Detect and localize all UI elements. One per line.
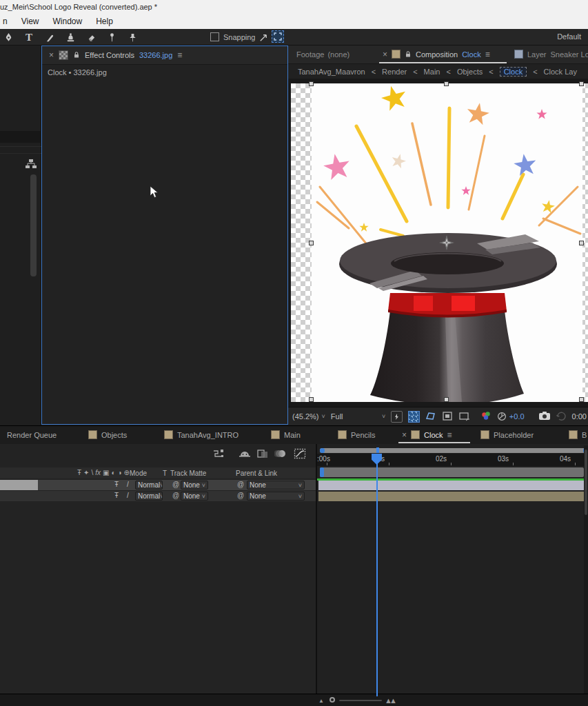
zoom-in-mountains-icon[interactable]: ▲▲: [385, 696, 394, 705]
panel-menu-icon[interactable]: ≡: [485, 50, 490, 59]
resolution-dropdown[interactable]: Full ˅: [331, 412, 385, 421]
timeline-vertical-scrollbar[interactable]: [584, 445, 588, 694]
menu-item-window[interactable]: Window: [52, 17, 82, 26]
breadcrumb-item-active[interactable]: Clock: [500, 67, 527, 77]
work-area-start-handle[interactable]: [320, 467, 324, 477]
track-matte-column-header[interactable]: Track Matte: [170, 470, 206, 477]
tab-objects[interactable]: Objects: [88, 426, 127, 443]
parent-pick-whip[interactable]: @: [237, 492, 244, 499]
brush-tool-icon[interactable]: [43, 30, 57, 44]
track-matte-dropdown[interactable]: None˅: [181, 481, 208, 490]
blend-mode-dropdown[interactable]: Normal˅: [135, 481, 163, 490]
mode-column-header[interactable]: Mode: [130, 470, 147, 477]
layer-duration-bar-2[interactable]: [318, 492, 585, 501]
tab-clock-active[interactable]: × Clock ≡: [402, 426, 452, 443]
layer-row-1[interactable]: Ŧ / Normal˅ @ None˅ @ None˅: [0, 480, 316, 490]
zoom-out-mountain-icon[interactable]: ▲: [318, 698, 324, 704]
snap-arrow-icon[interactable]: [256, 30, 270, 44]
time-ruler[interactable]: :00s 01s 02s 03s 04s: [317, 454, 588, 466]
lock-icon[interactable]: [73, 49, 80, 61]
layer-selection-block[interactable]: [0, 480, 38, 490]
menu-item-help[interactable]: Help: [96, 17, 113, 26]
mask-visibility-button[interactable]: [425, 411, 436, 423]
panel-menu-icon[interactable]: ≡: [177, 51, 182, 59]
puppet-pin-tool-icon[interactable]: [105, 30, 119, 44]
layer-handle[interactable]: [579, 81, 584, 86]
timeline-zoom-knob[interactable]: [330, 697, 335, 703]
scrollbar-thumb[interactable]: [585, 450, 587, 515]
tab-tanahavg-intro[interactable]: TanahAvg_INTRO: [164, 426, 239, 443]
shy-layers-icon[interactable]: [239, 448, 251, 462]
tab-b[interactable]: B: [569, 426, 587, 443]
tab-placeholder[interactable]: Placeholder: [480, 426, 534, 443]
layer-handle[interactable]: [579, 241, 584, 245]
timeline-navigator[interactable]: [320, 448, 588, 453]
footage-tab[interactable]: Footage (none): [296, 46, 349, 63]
close-icon[interactable]: ×: [402, 431, 407, 439]
magnification-dropdown[interactable]: (45.2%) ˅: [292, 412, 325, 421]
channels-button[interactable]: [480, 411, 491, 423]
breadcrumb-item[interactable]: Clock Lay: [544, 68, 577, 76]
guides-button[interactable]: [458, 411, 469, 423]
breadcrumb-item[interactable]: TanahAvg_Maavron: [298, 68, 365, 76]
exposure-value[interactable]: +0.0: [509, 412, 525, 421]
av-toggle-icon[interactable]: Ŧ: [114, 492, 119, 499]
workspace-label[interactable]: Default: [557, 32, 581, 41]
layer-handle[interactable]: [444, 397, 449, 402]
exposure-control[interactable]: +0.0: [497, 412, 525, 421]
t-column-header[interactable]: T: [163, 470, 167, 477]
quality-toggle-icon[interactable]: /: [127, 492, 129, 499]
layer-handle[interactable]: [309, 81, 314, 86]
playhead-line[interactable]: [376, 454, 378, 696]
quality-toggle-icon[interactable]: /: [127, 481, 129, 488]
type-tool-icon[interactable]: T: [22, 30, 36, 44]
parent-pick-whip[interactable]: @: [237, 481, 244, 488]
breadcrumb-item[interactable]: Main: [424, 68, 440, 76]
comp-canvas[interactable]: [291, 83, 588, 402]
pen-tool-icon[interactable]: [1, 30, 15, 44]
breadcrumb-item[interactable]: Render: [382, 68, 407, 76]
layer-handle[interactable]: [444, 81, 449, 86]
av-toggle-icon[interactable]: Ŧ: [114, 481, 119, 488]
track-matte-pick-whip[interactable]: @: [172, 481, 179, 488]
effect-controls-tab[interactable]: × Effect Controls 33266.jpg ≡: [42, 46, 287, 65]
parent-dropdown[interactable]: None˅: [247, 492, 305, 501]
snapshot-camera-button[interactable]: [538, 411, 551, 422]
show-snapshot-button[interactable]: [556, 412, 567, 422]
layer-tab[interactable]: Layer Sneaker Lo: [514, 46, 588, 63]
frame-blending-icon[interactable]: [256, 448, 269, 462]
layer-handle[interactable]: [309, 397, 314, 402]
composition-viewer[interactable]: [288, 79, 588, 407]
menu-item-n[interactable]: n: [3, 17, 8, 26]
pin-tool-icon[interactable]: [125, 30, 139, 44]
tab-render-queue[interactable]: Render Queue: [7, 426, 57, 443]
parent-dropdown[interactable]: None˅: [247, 481, 305, 490]
close-icon[interactable]: ×: [383, 50, 387, 59]
layer-row-2[interactable]: Ŧ / Normal˅ @ None˅ @ None˅: [0, 491, 316, 501]
blend-mode-dropdown[interactable]: Normal˅: [135, 492, 163, 501]
navigator-start-handle[interactable]: [320, 448, 325, 453]
panel-scrollbar[interactable]: [30, 174, 37, 276]
panel-menu-icon[interactable]: ≡: [447, 431, 452, 439]
track-matte-pick-whip[interactable]: @: [172, 492, 179, 499]
timeline-zoom-track[interactable]: [339, 700, 382, 701]
composition-tab[interactable]: × Composition Clock ≡: [383, 46, 490, 63]
fast-preview-button[interactable]: [391, 411, 403, 423]
menu-item-view[interactable]: View: [21, 17, 39, 26]
lock-icon[interactable]: [405, 48, 412, 61]
tab-pencils[interactable]: Pencils: [338, 426, 375, 443]
breadcrumb-item[interactable]: Objects: [457, 68, 483, 76]
close-icon[interactable]: ×: [49, 51, 54, 59]
region-of-interest-button[interactable]: [442, 411, 453, 423]
region-capture-icon[interactable]: [272, 30, 284, 43]
clone-stamp-tool-icon[interactable]: [63, 30, 77, 44]
parent-link-column-header[interactable]: Parent & Link: [236, 470, 277, 477]
layer-duration-bar-1[interactable]: [318, 481, 585, 490]
transparency-grid-button[interactable]: [408, 411, 420, 423]
graph-editor-icon[interactable]: [294, 448, 306, 462]
layer-handle[interactable]: [309, 241, 314, 245]
motion-blur-icon[interactable]: [274, 448, 287, 462]
snapping-checkbox[interactable]: [210, 32, 219, 41]
mini-flowchart-icon[interactable]: [25, 159, 37, 172]
tab-main[interactable]: Main: [271, 426, 301, 443]
